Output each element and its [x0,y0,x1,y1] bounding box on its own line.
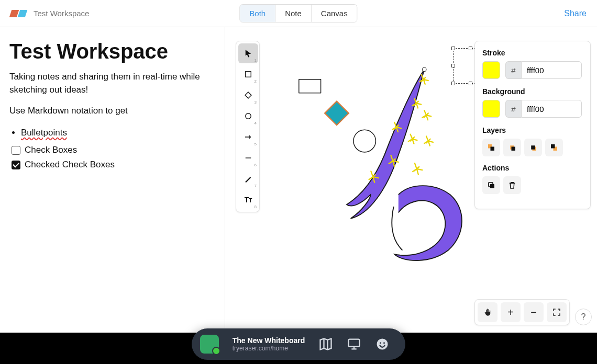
tool-palette: 1 2 3 4 5 6 7 [236,41,260,212]
page-title: Test Workspace [9,40,214,63]
tool-hotkey: 4 [255,121,257,126]
svg-point-2 [353,130,376,152]
cursor-icon [244,49,253,58]
bullet-item: Bulletpoints [21,128,67,138]
square-icon [244,70,253,79]
tool-hotkey: 2 [255,79,257,84]
canvas-drawing[interactable] [267,32,466,301]
svg-point-15 [377,339,388,350]
app-logo [10,10,26,17]
properties-panel: Stroke # Background # Layers Actions [474,41,591,209]
tool-line[interactable]: 6 [238,148,258,168]
checkbox-checked[interactable] [12,161,20,169]
viewport-controls: + − [474,299,570,325]
checkbox-label-2: Checked Check Boxes [25,160,115,170]
tool-hotkey: 3 [255,100,257,105]
checkbox-unchecked[interactable] [12,146,20,155]
avatar[interactable] [200,335,219,354]
workspace-name[interactable]: Test Workspace [34,9,89,18]
svg-point-1 [246,113,251,119]
zoom-out-button[interactable]: − [524,302,544,322]
stroke-swatch[interactable] [482,61,500,79]
checkbox-label-1: Check Boxes [25,145,77,155]
tool-diamond[interactable]: 3 [238,85,258,105]
circle-icon [244,111,253,121]
dock-title: The New Whiteboard [233,336,305,345]
tool-hotkey: 7 [255,184,257,188]
fullscreen-button[interactable] [547,302,567,322]
line-icon [244,153,253,163]
svg-point-16 [380,342,381,344]
tool-select[interactable]: 1 [238,43,258,63]
stroke-label: Stroke [482,49,583,57]
tab-canvas[interactable]: Canvas [312,5,357,22]
hash-label: # [505,61,521,79]
tool-hotkey: 6 [255,163,257,167]
tool-arrow[interactable]: 5 [238,127,258,147]
drawing-svg [267,32,466,301]
tab-note[interactable]: Note [275,5,312,22]
pencil-icon [244,174,253,184]
tool-draw[interactable]: 7 [238,169,258,189]
tool-rectangle[interactable]: 2 [238,64,258,84]
hash-label: # [505,100,521,118]
note-pane[interactable]: Test Workspace Taking notes and sharing … [0,27,225,333]
diamond-icon [244,90,253,100]
svg-point-3 [422,67,426,72]
share-button[interactable]: Share [564,9,587,18]
layer-bring-forward[interactable] [524,139,542,156]
delete-button[interactable] [503,176,521,194]
dock: The New Whiteboard tryeraser.com/home [192,328,405,360]
arrow-icon [244,132,253,142]
duplicate-button[interactable] [482,176,500,194]
tool-text[interactable]: TT 8 [238,190,258,210]
stroke-hex-input[interactable] [521,61,582,79]
tool-hotkey: 8 [255,204,257,209]
background-swatch[interactable] [482,100,500,118]
layer-send-backward[interactable] [503,139,521,156]
bottom-bar: The New Whiteboard tryeraser.com/home [0,333,597,364]
fullscreen-icon [552,308,561,317]
note-intro: Use Markdown notation to get [9,105,214,118]
text-icon: TT [245,196,252,204]
svg-point-17 [383,342,385,344]
svg-rect-13 [490,184,494,188]
actions-label: Actions [482,164,583,172]
svg-rect-11 [551,144,555,149]
canvas-pane[interactable]: 1 2 3 4 5 6 7 [225,27,597,333]
hand-icon [483,308,492,317]
dock-subtitle: tryeraser.com/home [233,345,305,352]
svg-rect-5 [491,147,495,151]
tool-ellipse[interactable]: 4 [238,106,258,126]
map-icon[interactable] [318,337,333,351]
svg-rect-14 [349,339,360,347]
zoom-in-button[interactable]: + [501,302,521,322]
view-tab-bar: Both Note Canvas [239,4,357,22]
background-hex-input[interactable] [521,100,582,118]
smiley-icon[interactable] [375,337,390,351]
layer-send-to-back[interactable] [482,139,500,156]
tab-both[interactable]: Both [240,5,275,22]
pan-button[interactable] [478,302,497,322]
svg-rect-0 [246,72,251,77]
layer-bring-to-front[interactable] [545,139,563,156]
tool-hotkey: 5 [255,142,257,146]
help-button[interactable]: ? [575,309,592,325]
tool-hotkey: 1 [255,58,257,63]
background-label: Background [482,87,583,96]
monitor-icon[interactable] [347,337,361,351]
svg-rect-9 [531,145,535,150]
note-body: Taking notes and sharing them in real-ti… [9,71,214,96]
layers-label: Layers [482,126,583,134]
svg-rect-7 [512,147,516,151]
